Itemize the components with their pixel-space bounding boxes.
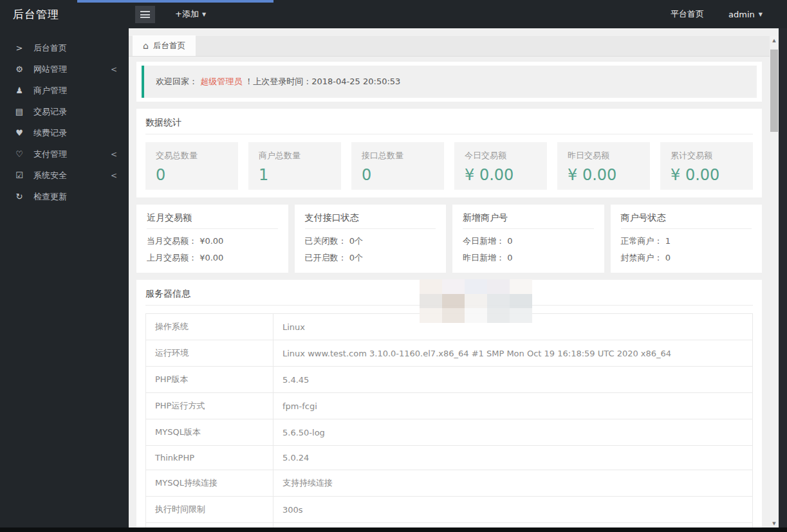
sidebar-item-home[interactable]: > 后台首页 bbox=[0, 37, 129, 59]
card-row: 封禁商户： 0 bbox=[621, 250, 752, 266]
tab-bar: ⌂ 后台首页 bbox=[129, 36, 779, 57]
sidebar-item-check-update[interactable]: ↻ 检查更新 bbox=[0, 186, 129, 207]
stat-row: 交易总数量 0 商户总数量 1 接口总数量 0 今日交易额 ¥ 0.00 bbox=[145, 142, 753, 190]
home-icon: ⌂ bbox=[143, 41, 149, 51]
main-content: ⌂ 后台首页 欢迎回家： 超级管理员 ！上次登录时间：2018-04-25 20… bbox=[129, 28, 779, 527]
scrollbar-thumb[interactable] bbox=[770, 50, 778, 132]
welcome-role: 超级管理员 bbox=[200, 77, 242, 86]
add-dropdown-button[interactable]: +添加 ▼ bbox=[175, 0, 206, 28]
admin-dashboard-window: 后台管理 +添加 ▼ 平台首页 admin ▼ > 后台首页 ⚙ 网站管理 < … bbox=[0, 0, 787, 532]
heart-badge-icon: ♡ bbox=[14, 149, 25, 159]
sidebar-item-renewal-records[interactable]: ♥ 续费记录 bbox=[0, 122, 129, 143]
card-row: 已开启数： 0个 bbox=[305, 250, 436, 266]
row-value: 0个 bbox=[349, 253, 363, 262]
table-row: ThinkPHP 5.0.24 bbox=[146, 446, 753, 470]
sidebar-item-label: 检查更新 bbox=[33, 191, 67, 203]
stat-label: 商户总数量 bbox=[259, 150, 331, 161]
chevron-left-icon: < bbox=[111, 150, 117, 159]
row-label: MYSQL持续连接 bbox=[146, 470, 273, 497]
content-area: 欢迎回家： 超级管理员 ！上次登录时间：2018-04-25 20:50:53 … bbox=[129, 57, 779, 527]
table-row: MYSQL版本 5.6.50-log bbox=[146, 419, 753, 446]
statistics-card: 数据统计 交易总数量 0 商户总数量 1 接口总数量 0 今 bbox=[136, 109, 762, 197]
brand-title: 后台管理 bbox=[0, 0, 129, 28]
sidebar-item-payment-admin[interactable]: ♡ 支付管理 < bbox=[0, 143, 129, 165]
chevron-down-icon: ▼ bbox=[202, 12, 206, 17]
row-value: Linux www.test.com 3.10.0-1160.el7.x86_6… bbox=[273, 340, 753, 367]
sidebar-toggle-button[interactable] bbox=[135, 6, 155, 23]
card-new-merchants: 新增商户号 今日新增： 0 昨日新增： 0 bbox=[452, 205, 604, 273]
card-row: 正常商户： 1 bbox=[621, 233, 752, 250]
chevron-left-icon: < bbox=[111, 171, 117, 180]
table-row: 操作系统 Linux bbox=[146, 314, 753, 340]
row-value: 5.6.50-log bbox=[273, 419, 753, 446]
sidebar-item-label: 商户管理 bbox=[33, 85, 67, 96]
row-value: 1 bbox=[665, 236, 671, 246]
window-bottom-edge bbox=[0, 527, 787, 532]
sidebar-item-transaction-records[interactable]: ▤ 交易记录 bbox=[0, 101, 129, 122]
shield-check-icon: ☑ bbox=[14, 170, 25, 180]
table-row: MYSQL持续连接 支持持续连接 bbox=[146, 470, 753, 497]
stat-box-total-interfaces: 接口总数量 0 bbox=[351, 142, 444, 190]
topbar: 后台管理 +添加 ▼ 平台首页 admin ▼ bbox=[0, 0, 787, 28]
welcome-prefix: 欢迎回家： bbox=[156, 77, 198, 86]
card-recent-month-amount: 近月交易额 当月交易额： ¥0.00 上月交易额： ¥0.00 bbox=[136, 205, 288, 273]
chevron-right-icon: > bbox=[14, 43, 25, 53]
stat-box-total-merchants: 商户总数量 1 bbox=[248, 142, 341, 190]
sidebar: > 后台首页 ⚙ 网站管理 < ♟ 商户管理 ▤ 交易记录 ♥ 续费记录 ♡ 支… bbox=[0, 28, 129, 527]
stat-label: 接口总数量 bbox=[362, 150, 434, 161]
row-value: 支持持续连接 bbox=[273, 470, 753, 497]
stat-value: ¥ 0.00 bbox=[568, 167, 640, 183]
hamburger-icon bbox=[140, 11, 150, 18]
row-value: 不限 bbox=[273, 523, 753, 528]
row-value: 5.0.24 bbox=[273, 446, 753, 470]
table-row: 运行环境 Linux www.test.com 3.10.0-1160.el7.… bbox=[146, 340, 753, 367]
gear-icon: ⚙ bbox=[14, 64, 25, 74]
card-title: 商户号状态 bbox=[621, 205, 752, 229]
stat-value: ¥ 0.00 bbox=[465, 167, 537, 183]
table-row: 执行时间限制 300s bbox=[146, 497, 753, 523]
add-button-label: +添加 bbox=[175, 8, 199, 20]
sidebar-item-merchant-admin[interactable]: ♟ 商户管理 bbox=[0, 80, 129, 101]
row-label: 昨日新增： bbox=[463, 253, 505, 262]
stat-box-total-transactions: 交易总数量 0 bbox=[145, 142, 238, 190]
welcome-rest: ！上次登录时间：2018-04-25 20:50:53 bbox=[245, 77, 400, 86]
username: admin bbox=[728, 10, 755, 19]
row-label: MYSQL版本 bbox=[146, 419, 273, 446]
platform-home-link[interactable]: 平台首页 bbox=[671, 8, 704, 20]
user-icon: ♟ bbox=[14, 86, 25, 95]
row-label: 封禁商户： bbox=[621, 253, 663, 262]
stat-value: ¥ 0.00 bbox=[671, 167, 743, 183]
row-label: 运行环境 bbox=[146, 340, 273, 367]
sidebar-item-label: 支付管理 bbox=[33, 149, 67, 160]
row-value: 0个 bbox=[349, 236, 363, 246]
card-row: 当月交易额： ¥0.00 bbox=[147, 233, 278, 250]
topbar-right: 平台首页 admin ▼ bbox=[671, 0, 763, 28]
server-info-title: 服务器信息 bbox=[145, 280, 753, 306]
user-dropdown-button[interactable]: admin ▼ bbox=[728, 10, 763, 19]
vertical-scrollbar[interactable]: ▲ ▼ bbox=[770, 36, 779, 527]
row-value: 0 bbox=[507, 253, 512, 262]
row-label: 已开启数： bbox=[305, 253, 347, 262]
row-value: fpm-fcgi bbox=[273, 393, 753, 419]
tab-backend-home[interactable]: ⌂ 后台首页 bbox=[133, 35, 196, 56]
card-row: 上月交易额： ¥0.00 bbox=[147, 250, 278, 266]
stat-value: 0 bbox=[362, 167, 434, 183]
row-label: 已关闭数： bbox=[305, 236, 347, 246]
sidebar-item-system-security[interactable]: ☑ 系统安全 < bbox=[0, 165, 129, 186]
row-label: MYSQL最大连接数 bbox=[146, 523, 273, 528]
statistics-title: 数据统计 bbox=[145, 109, 753, 134]
row-value: 0 bbox=[665, 253, 671, 262]
stat-label: 交易总数量 bbox=[156, 150, 228, 161]
row-value: 0 bbox=[507, 236, 512, 246]
row-label: 今日新增： bbox=[463, 236, 505, 246]
hearts-icon: ♥ bbox=[14, 128, 25, 138]
sidebar-item-label: 系统安全 bbox=[33, 170, 67, 181]
welcome-card: 欢迎回家： 超级管理员 ！上次登录时间：2018-04-25 20:50:53 bbox=[136, 62, 762, 102]
stat-label: 今日交易额 bbox=[465, 150, 537, 161]
card-payment-interface-status: 支付接口状态 已关闭数： 0个 已开启数： 0个 bbox=[295, 205, 447, 273]
row-label: 上月交易额： bbox=[147, 253, 197, 262]
sidebar-item-website-admin[interactable]: ⚙ 网站管理 < bbox=[0, 59, 129, 80]
row-value: Linux bbox=[273, 314, 753, 340]
scroll-up-icon[interactable]: ▲ bbox=[770, 36, 779, 44]
scroll-down-icon[interactable]: ▼ bbox=[770, 519, 779, 527]
